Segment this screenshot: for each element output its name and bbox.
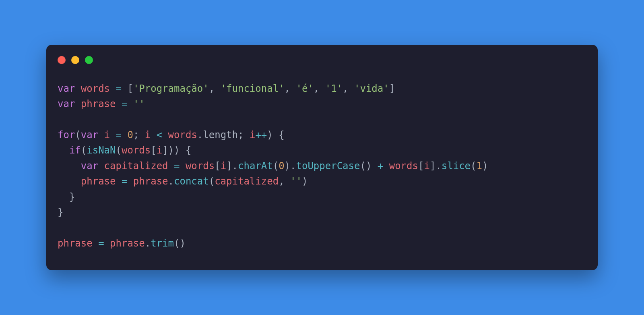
code-token-num: 0 xyxy=(279,160,284,172)
minimize-icon[interactable] xyxy=(71,56,79,64)
code-token-call: charAt xyxy=(238,160,273,172)
code-token-plain: ; xyxy=(133,129,145,141)
code-token-plain: ]. xyxy=(430,160,442,172)
code-token-plain: ) xyxy=(302,176,308,187)
code-token-ident: i xyxy=(145,129,151,141)
code-token-ident: phrase xyxy=(81,98,116,110)
code-window: var words = ['Programação', 'funcional',… xyxy=(46,45,598,270)
code-token-plain xyxy=(127,176,133,187)
code-token-op: = xyxy=(174,160,180,172)
code-token-plain: } xyxy=(58,191,75,203)
code-token-op: = xyxy=(122,98,127,110)
code-token-plain xyxy=(75,98,80,110)
code-token-plain: ) { xyxy=(267,129,284,141)
code-token-ident: words xyxy=(122,145,151,156)
code-token-ident: words xyxy=(186,160,215,172)
code-token-ident: phrase xyxy=(81,176,116,187)
code-token-op: = xyxy=(116,83,122,94)
code-token-plain: ( xyxy=(471,160,476,172)
code-token-plain xyxy=(98,160,104,172)
code-token-kw: for xyxy=(58,129,75,141)
code-token-num: 1 xyxy=(476,160,482,172)
code-token-op: = xyxy=(122,176,127,187)
code-token-plain: . xyxy=(168,176,174,187)
code-token-plain: ) xyxy=(482,160,488,172)
code-token-str: '' xyxy=(290,176,302,187)
code-token-call: isNaN xyxy=(87,145,116,156)
code-token-plain xyxy=(122,129,127,141)
code-token-plain: [ xyxy=(418,160,424,172)
code-token-ident: i xyxy=(424,160,429,172)
code-token-plain: ( xyxy=(75,129,80,141)
code-token-plain: [ xyxy=(122,83,133,94)
code-token-num: 0 xyxy=(127,129,133,141)
maximize-icon[interactable] xyxy=(85,56,93,64)
code-token-plain xyxy=(93,238,98,249)
code-token-str: 'vida' xyxy=(354,83,389,94)
code-token-kw: var xyxy=(81,160,98,172)
code-token-op: ++ xyxy=(255,129,267,141)
code-token-plain: ; xyxy=(238,129,250,141)
code-token-plain xyxy=(151,129,156,141)
code-token-plain: . xyxy=(145,238,151,249)
code-token-str: '' xyxy=(133,98,145,110)
code-token-ident: capitalized xyxy=(215,176,279,187)
code-token-plain xyxy=(58,160,81,172)
code-token-op: = xyxy=(98,238,104,249)
code-token-call: toUpperCase xyxy=(296,160,360,172)
code-token-plain xyxy=(75,83,80,94)
code-token-plain xyxy=(58,176,81,187)
code-token-str: '1' xyxy=(325,83,343,94)
code-token-plain: [ xyxy=(215,160,220,172)
code-token-plain xyxy=(116,98,122,110)
code-token-plain: ( xyxy=(273,160,279,172)
code-token-ident: i xyxy=(250,129,255,141)
code-token-kw: var xyxy=(58,83,75,94)
code-token-plain: () xyxy=(174,238,186,249)
code-token-kw: if xyxy=(69,145,81,156)
code-token-plain xyxy=(162,129,168,141)
code-token-plain: , xyxy=(285,83,296,94)
code-token-plain: } xyxy=(58,207,63,218)
code-token-call: trim xyxy=(151,238,174,249)
code-token-plain: ( xyxy=(209,176,215,187)
code-token-call: slice xyxy=(442,160,471,172)
code-token-plain: ). xyxy=(285,160,296,172)
code-token-op: + xyxy=(378,160,383,172)
code-token-plain: [ xyxy=(151,145,156,156)
code-token-plain xyxy=(58,145,69,156)
code-block[interactable]: var words = ['Programação', 'funcional',… xyxy=(46,81,598,251)
code-token-plain: , xyxy=(279,176,290,187)
code-token-plain xyxy=(168,160,174,172)
code-token-ident: words xyxy=(81,83,110,94)
code-token-plain xyxy=(127,98,133,110)
code-token-ident: phrase xyxy=(58,238,93,249)
code-token-call: concat xyxy=(174,176,209,187)
code-token-prop: length xyxy=(203,129,238,141)
code-token-op: < xyxy=(157,129,162,141)
code-token-plain: ])) { xyxy=(162,145,191,156)
code-token-plain xyxy=(180,160,185,172)
code-token-ident: words xyxy=(168,129,197,141)
code-token-ident: i xyxy=(157,145,162,156)
code-token-plain xyxy=(383,160,389,172)
code-token-plain xyxy=(110,83,116,94)
code-token-plain: ( xyxy=(116,145,122,156)
code-token-plain: , xyxy=(209,83,221,94)
code-token-ident: phrase xyxy=(110,238,145,249)
code-token-ident: capitalized xyxy=(104,160,168,172)
code-token-plain: . xyxy=(197,129,203,141)
code-token-plain: ( xyxy=(81,145,87,156)
window-traffic-lights xyxy=(46,56,598,64)
code-token-plain: ]. xyxy=(226,160,238,172)
code-token-str: 'Programação' xyxy=(133,83,209,94)
code-token-plain xyxy=(110,129,116,141)
code-token-kw: var xyxy=(81,129,98,141)
code-token-plain: ] xyxy=(389,83,395,94)
close-icon[interactable] xyxy=(58,56,66,64)
code-token-plain xyxy=(98,129,104,141)
code-token-plain: , xyxy=(314,83,325,94)
code-token-str: 'é' xyxy=(296,83,313,94)
code-token-kw: var xyxy=(58,98,75,110)
code-token-plain xyxy=(104,238,110,249)
